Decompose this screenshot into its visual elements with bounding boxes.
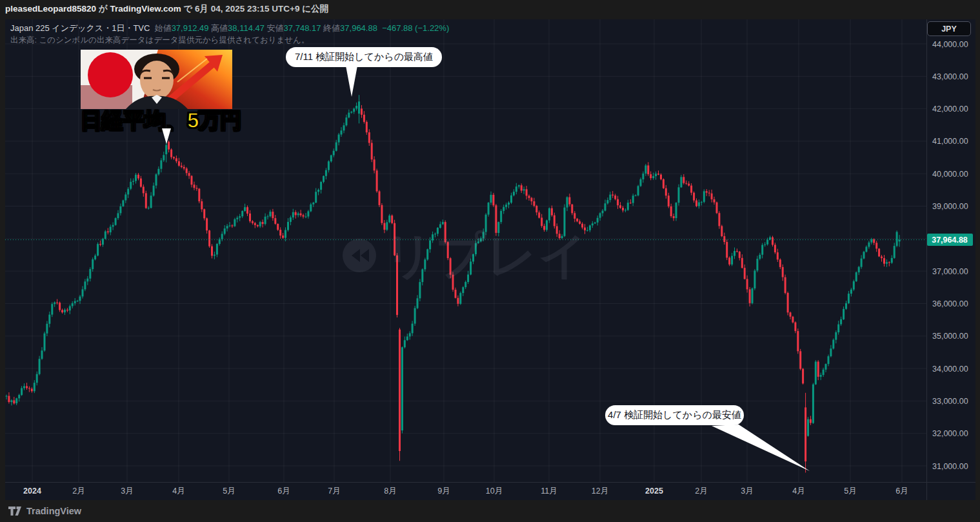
high-label: 高値 [211, 23, 228, 33]
publish-datetime: で 6月 04, 2025 23:15 UTC+9 に公開 [181, 3, 328, 15]
volume-note: 出来高: このシンボルの出来高データはデータ提供元から提供されておりません。 [10, 35, 449, 45]
callout-lowest: 4/7 検証開始してからの最安値 [605, 405, 744, 425]
footer: TradingView [0, 500, 980, 522]
svg-text:8月: 8月 [384, 487, 396, 496]
change-value: −467.88 (−1.22%) [382, 23, 449, 33]
person-face [140, 61, 174, 99]
svg-text:7月: 7月 [328, 487, 340, 496]
caption-highlight: 5万円 [187, 108, 241, 132]
close-label: 終値 [323, 23, 340, 33]
high-value: 38,114.47 [228, 23, 265, 33]
svg-text:40,000.00: 40,000.00 [932, 170, 968, 179]
svg-text:37,000.00: 37,000.00 [932, 267, 968, 276]
tradingview-published-chart: pleasedLeopard85820 が TradingView.com で … [0, 0, 980, 522]
svg-text:5月: 5月 [223, 487, 235, 496]
svg-text:35,000.00: 35,000.00 [932, 332, 968, 341]
publication-header: pleasedLeopard85820 が TradingView.com で … [0, 0, 980, 17]
callout-highest: 7/11 検証開始してからの最高値 [286, 47, 442, 67]
chart-legend: Japan 225 インデックス・1日・TVC 始値37,912.49 高値38… [10, 23, 449, 45]
svg-text:3月: 3月 [121, 487, 133, 496]
tradingview-logo-icon [8, 506, 22, 516]
svg-text:12月: 12月 [592, 487, 608, 496]
svg-text:11月: 11月 [541, 487, 557, 496]
svg-text:33,000.00: 33,000.00 [932, 397, 968, 406]
chart-panel: 44,000.0043,000.0042,000.0041,000.0040,0… [5, 19, 975, 500]
open-value: 37,912.49 [172, 23, 209, 33]
svg-text:2月: 2月 [72, 487, 85, 496]
publisher-username[interactable]: pleasedLeopard85820 [5, 4, 96, 14]
svg-text:10月: 10月 [486, 487, 503, 496]
callout-highest-tail [346, 66, 357, 97]
thumbnail-pointer-icon [162, 128, 171, 144]
low-value: 37,748.17 [284, 23, 321, 33]
close-value: 37,964.88 [340, 23, 377, 33]
svg-text:2025: 2025 [645, 487, 663, 496]
svg-text:32,000.00: 32,000.00 [932, 429, 968, 438]
svg-text:39,000.00: 39,000.00 [932, 202, 968, 211]
callout-lowest-tail [710, 422, 814, 474]
svg-text:3月: 3月 [741, 487, 753, 496]
svg-text:4月: 4月 [172, 487, 185, 496]
svg-text:4月: 4月 [792, 487, 805, 496]
svg-text:34,000.00: 34,000.00 [932, 365, 968, 374]
svg-text:36,000.00: 36,000.00 [932, 299, 968, 308]
svg-text:43,000.00: 43,000.00 [932, 72, 968, 81]
svg-text:42,000.00: 42,000.00 [932, 105, 968, 114]
symbol-title[interactable]: Japan 225 インデックス・1日・TVC [10, 23, 150, 33]
tradingview-site-link[interactable]: TradingView.com [110, 4, 181, 14]
currency-toggle-button[interactable]: JPY [927, 21, 971, 36]
svg-text:37,964.88: 37,964.88 [932, 236, 968, 245]
japan-flag-circle [88, 52, 133, 97]
svg-text:9月: 9月 [437, 487, 450, 496]
svg-text:5月: 5月 [844, 487, 856, 496]
svg-text:31,000.00: 31,000.00 [932, 462, 968, 471]
svg-text:2024: 2024 [23, 487, 41, 496]
svg-text:2月: 2月 [695, 487, 707, 496]
svg-text:44,000.00: 44,000.00 [932, 40, 968, 49]
tradingview-brand-link[interactable]: TradingView [26, 506, 81, 516]
low-label: 安値 [267, 23, 284, 33]
publish-text: が [96, 3, 110, 15]
svg-text:6月: 6月 [895, 487, 908, 496]
svg-text:41,000.00: 41,000.00 [932, 137, 968, 146]
open-label: 始値 [155, 23, 172, 33]
thumbnail-image [81, 50, 232, 109]
svg-text:6月: 6月 [277, 487, 290, 496]
